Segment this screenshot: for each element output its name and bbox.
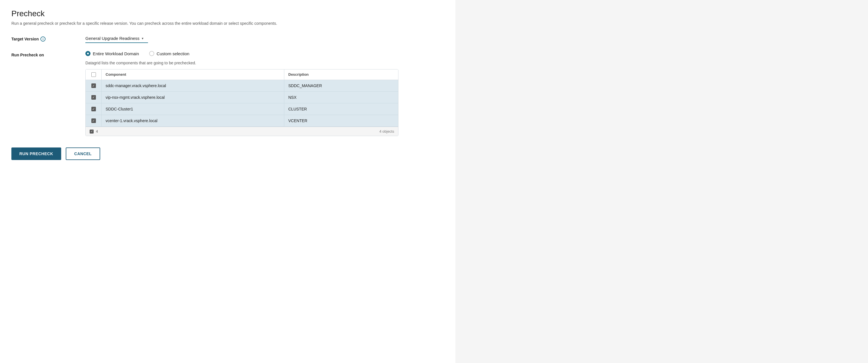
- datagrid-header: Component Description: [86, 69, 398, 80]
- radio-custom-selection-indicator: [149, 51, 154, 56]
- cancel-button[interactable]: CANCEL: [66, 148, 100, 160]
- page-title: Precheck: [11, 9, 444, 18]
- precheck-scope-radio-group: Entire Workload Domain Custom selection: [85, 51, 444, 56]
- table-row: ✓ SDDC-Cluster1 CLUSTER: [86, 103, 398, 115]
- target-version-row: Target Version i General Upgrade Readine…: [11, 35, 444, 43]
- table-row: ✓ vcenter-1.vrack.vsphere.local VCENTER: [86, 115, 398, 127]
- footer-select-all-checkbox[interactable]: ✓: [90, 129, 94, 133]
- radio-entire-workload[interactable]: Entire Workload Domain: [85, 51, 139, 56]
- row3-description: CLUSTER: [284, 103, 398, 115]
- target-version-dropdown[interactable]: General Upgrade Readiness ▾: [85, 35, 148, 43]
- footer-objects-count: 4 objects: [379, 129, 394, 133]
- row1-description: SDDC_MANAGER: [284, 80, 398, 91]
- table-row: ✓ sddc-manager.vrack.vsphere.local SDDC_…: [86, 80, 398, 92]
- row4-checkbox-cell: ✓: [86, 115, 102, 126]
- radio-custom-selection[interactable]: Custom selection: [149, 51, 189, 56]
- footer-selected-count: 4: [96, 129, 98, 133]
- radio-entire-workload-indicator: [85, 51, 91, 56]
- run-precheck-on-control: Entire Workload Domain Custom selection …: [85, 51, 444, 136]
- header-checkbox-cell: [86, 69, 102, 80]
- target-version-info-icon[interactable]: i: [40, 36, 45, 41]
- radio-custom-selection-label: Custom selection: [157, 51, 189, 56]
- table-row: ✓ vip-nsx-mgmt.vrack.vsphere.local NSX: [86, 92, 398, 103]
- row3-component: SDDC-Cluster1: [102, 103, 284, 115]
- chevron-down-icon: ▾: [142, 36, 144, 40]
- row3-checkbox[interactable]: ✓: [91, 107, 96, 111]
- row1-checkbox[interactable]: ✓: [91, 83, 96, 88]
- footer-checkbox-area: ✓ 4: [90, 129, 105, 133]
- select-all-checkbox[interactable]: [91, 72, 96, 77]
- row3-checkbox-cell: ✓: [86, 103, 102, 115]
- row2-component: vip-nsx-mgmt.vrack.vsphere.local: [102, 92, 284, 103]
- row2-checkbox[interactable]: ✓: [91, 95, 96, 100]
- header-description: Description: [284, 69, 398, 80]
- row1-checkbox-cell: ✓: [86, 80, 102, 91]
- datagrid-description: Datagrid lists the components that are g…: [85, 61, 444, 65]
- row2-checkbox-cell: ✓: [86, 92, 102, 103]
- datagrid-footer: ✓ 4 4 objects: [86, 127, 398, 136]
- row2-description: NSX: [284, 92, 398, 103]
- run-precheck-on-label: Run Precheck on: [11, 51, 74, 57]
- target-version-label: Target Version i: [11, 35, 74, 41]
- header-component: Component: [102, 69, 284, 80]
- target-version-value: General Upgrade Readiness: [85, 36, 140, 41]
- page-description: Run a general precheck or precheck for a…: [11, 21, 444, 26]
- target-version-control: General Upgrade Readiness ▾: [85, 35, 444, 43]
- action-bar: RUN PRECHECK CANCEL: [11, 148, 444, 160]
- row4-description: VCENTER: [284, 115, 398, 126]
- run-precheck-button[interactable]: RUN PRECHECK: [11, 148, 61, 160]
- components-datagrid: Component Description ✓ sddc-manager.vra…: [85, 69, 398, 136]
- run-precheck-on-row: Run Precheck on Entire Workload Domain C…: [11, 51, 444, 136]
- row1-component: sddc-manager.vrack.vsphere.local: [102, 80, 284, 91]
- row4-component: vcenter-1.vrack.vsphere.local: [102, 115, 284, 126]
- row4-checkbox[interactable]: ✓: [91, 118, 96, 123]
- radio-entire-workload-label: Entire Workload Domain: [93, 51, 139, 56]
